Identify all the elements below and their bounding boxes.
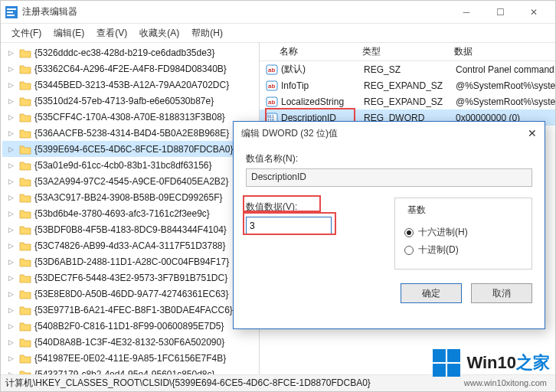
tree-item[interactable]: ▷{53362C64-A296-4F2E-A4F8-FD984D08340B} [2, 60, 259, 77]
tree-item[interactable]: ▷{541987EE-0E02-411E-9A85-1FC6156E7F4B} [2, 350, 259, 366]
dialog-close-button[interactable]: ✕ [528, 127, 537, 139]
expand-icon[interactable]: ▷ [8, 65, 18, 73]
tree-item[interactable]: ▷{540D8A8B-1C3F-4E32-8132-530F6A502090} [2, 334, 259, 350]
tree-item[interactable]: ▷{53A2A994-97C2-4545-A9CE-0FD6405EA2B2} [2, 173, 259, 189]
expand-icon[interactable]: ▷ [8, 210, 18, 217]
value-name: LocalizedString [281, 96, 364, 107]
base-legend: 基数 [404, 204, 429, 217]
expand-icon[interactable]: ▷ [8, 162, 18, 169]
folder-icon [19, 64, 31, 74]
regedit-icon [5, 6, 18, 18]
col-name[interactable]: 名称 [260, 45, 358, 58]
value-name-label: 数值名称(N): [246, 152, 532, 165]
expand-icon[interactable]: ▷ [8, 81, 18, 89]
base-fieldset: 基数 十六进制(H) 十进制(D) [394, 198, 532, 270]
value-type-icon [266, 80, 278, 92]
tree-item[interactable]: ▷{53bd6b4e-3780-4693-afc3-7161c2f3ee9c} [2, 205, 259, 221]
value-data-input[interactable] [246, 217, 332, 235]
tree-item[interactable]: ▷{53E9771B-6A21-4FEC-B8F1-3B0DAE4FACC6} [2, 302, 259, 318]
expand-icon[interactable]: ▷ [8, 258, 18, 266]
value-name: InfoTip [281, 80, 364, 91]
tree-item-label: {53A3C917-BB24-3908-B58B-09ECD99265F} [34, 192, 223, 203]
expand-icon[interactable]: ▷ [8, 226, 18, 234]
tree-item[interactable]: ▷{53BDF0B8-4F5B-4183-8DC9-B844344F4104} [2, 221, 259, 237]
radio-hex-indicator [404, 228, 414, 237]
folder-icon [19, 192, 31, 203]
expand-icon[interactable]: ▷ [8, 194, 18, 201]
folder-icon [19, 337, 31, 348]
expand-icon[interactable]: ▷ [8, 290, 18, 298]
menu-favorites[interactable]: 收藏夹(A) [135, 25, 184, 41]
tree-item-label: {5326dddc-ec38-428d-b219-ce6dadb35de3} [34, 47, 215, 58]
expand-icon[interactable]: ▷ [8, 113, 18, 121]
tree-item[interactable]: ▷{53445BED-3213-453B-A12A-79AA20A702DC} [2, 77, 259, 93]
expand-icon[interactable]: ▷ [8, 145, 18, 153]
maximize-button[interactable]: ☐ [483, 2, 517, 23]
tree-item[interactable]: ▷{53510d24-57eb-4713-9afb-e6e60530b87e} [2, 93, 259, 109]
tree-item[interactable]: ▷{536AACFB-5238-4314-B4D4-5B0A2E8B968E} [2, 125, 259, 141]
value-name: (默认) [281, 63, 364, 76]
expand-icon[interactable]: ▷ [8, 306, 18, 314]
watermark: Win10之家 [433, 349, 550, 377]
value-name-field: DescriptionID [246, 168, 532, 187]
minimize-button[interactable]: ─ [450, 2, 483, 23]
menu-file[interactable]: 文件(F) [7, 25, 46, 41]
statusbar-path: 计算机\HKEY_CLASSES_ROOT\CLSID\{5399E694-6C… [5, 377, 371, 390]
folder-icon [19, 176, 31, 187]
tree-item[interactable]: ▷{53C74826-AB99-4d33-ACA4-3117F51D3788} [2, 237, 259, 253]
watermark-main: Win10之家 [466, 351, 550, 374]
menu-view[interactable]: 查看(V) [92, 25, 132, 41]
expand-icon[interactable]: ▷ [8, 242, 18, 250]
tree-item-label: {53a01e9d-61cc-4cb0-83b1-31bc8df63156} [34, 160, 212, 171]
tree-item[interactable]: ▷{53D6AB1D-2488-11D1-A28C-00C04FB94F17} [2, 253, 259, 270]
tree-item-label: {5399E694-6CE5-4D6C-8FCE-1D8870FDCBA0} [34, 144, 233, 155]
expand-icon[interactable]: ▷ [8, 178, 18, 185]
folder-icon [19, 80, 31, 90]
expand-icon[interactable]: ▷ [8, 274, 18, 282]
value-data: @%SystemRoot%\syster [456, 96, 555, 107]
tree-item[interactable]: ▷{54337179-c8b2-4ed4-95e4-95601c850d8c} [2, 366, 259, 374]
col-data[interactable]: 数据 [450, 45, 555, 58]
expand-icon[interactable]: ▷ [8, 129, 18, 137]
value-type: REG_EXPAND_SZ [364, 80, 456, 91]
folder-icon [19, 112, 31, 122]
titlebar[interactable]: 注册表编辑器 ─ ☐ ✕ [1, 1, 555, 24]
folder-icon [19, 96, 31, 106]
tree-item[interactable]: ▷{5408B2F0-C816-11D1-8F99-00600895E7D5} [2, 318, 259, 334]
cancel-button[interactable]: 取消 [471, 283, 532, 303]
tree-item-label: {53E8E8D0-A50B-46DD-9A77-42746361EC63} [34, 289, 229, 299]
radio-dec-label: 十进制(D) [418, 243, 459, 256]
tree-item[interactable]: ▷{53DEC7F6-5448-43E2-9573-3F7B91B751DC} [2, 270, 259, 286]
dialog-titlebar[interactable]: 编辑 DWORD (32 位)值 ✕ [234, 122, 545, 145]
registry-tree[interactable]: ▷{5326dddc-ec38-428d-b219-ce6dadb35de3}▷… [1, 43, 260, 374]
tree-item-label: {53BDF0B8-4F5B-4183-8DC9-B844344F4104} [34, 224, 227, 235]
tree-item-label: {53445BED-3213-453B-A12A-79AA20A702DC} [34, 80, 229, 90]
folder-icon [19, 369, 31, 375]
menu-help[interactable]: 帮助(H) [187, 25, 227, 41]
ok-button[interactable]: 确定 [401, 283, 462, 303]
value-row[interactable]: (默认)REG_SZControl Panel command [260, 61, 555, 77]
tree-item[interactable]: ▷{53a01e9d-61cc-4cb0-83b1-31bc8df63156} [2, 157, 259, 173]
col-type[interactable]: 类型 [358, 45, 450, 58]
value-type-icon [266, 64, 278, 76]
expand-icon[interactable]: ▷ [8, 49, 18, 57]
close-button[interactable]: ✕ [517, 2, 551, 23]
value-type: REG_SZ [364, 64, 456, 75]
expand-icon[interactable]: ▷ [8, 354, 18, 362]
folder-icon [19, 160, 31, 171]
tree-item[interactable]: ▷{5399E694-6CE5-4D6C-8FCE-1D8870FDCBA0} [2, 141, 259, 157]
value-row[interactable]: LocalizedStringREG_EXPAND_SZ@%SystemRoot… [260, 93, 555, 109]
radio-hex[interactable]: 十六进制(H) [404, 226, 522, 239]
windows-logo-icon [433, 349, 460, 377]
tree-item[interactable]: ▷{535CFF4C-170A-4308-A70E-8188313F3B08} [2, 109, 259, 125]
expand-icon[interactable]: ▷ [8, 97, 18, 105]
tree-item-label: {53D6AB1D-2488-11D1-A28C-00C04FB94F17} [34, 256, 229, 267]
value-row[interactable]: InfoTipREG_EXPAND_SZ@%SystemRoot%\syster [260, 77, 555, 93]
radio-dec[interactable]: 十进制(D) [404, 243, 522, 256]
expand-icon[interactable]: ▷ [8, 338, 18, 346]
expand-icon[interactable]: ▷ [8, 322, 18, 330]
menu-edit[interactable]: 编辑(E) [49, 25, 89, 41]
tree-item[interactable]: ▷{53A3C917-BB24-3908-B58B-09ECD99265F} [2, 189, 259, 205]
tree-item[interactable]: ▷{53E8E8D0-A50B-46DD-9A77-42746361EC63} [2, 286, 259, 302]
tree-item[interactable]: ▷{5326dddc-ec38-428d-b219-ce6dadb35de3} [2, 44, 259, 60]
